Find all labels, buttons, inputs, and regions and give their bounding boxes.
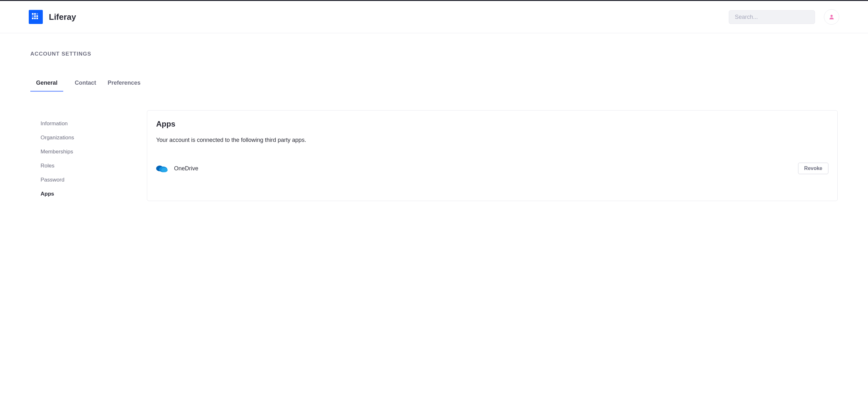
main-area: Information Organizations Memberships Ro…	[30, 110, 838, 201]
header-right	[729, 9, 839, 25]
svg-rect-0	[32, 13, 34, 15]
sidebar-item-password[interactable]: Password	[30, 173, 134, 187]
tab-preferences[interactable]: Preferences	[107, 80, 141, 92]
search-box[interactable]	[729, 10, 815, 24]
sidebar-item-roles[interactable]: Roles	[30, 159, 134, 173]
sidebar-item-apps[interactable]: Apps	[30, 187, 134, 201]
content: ACCOUNT SETTINGS General Contact Prefere…	[0, 33, 868, 218]
svg-rect-3	[32, 16, 34, 17]
tab-general[interactable]: General	[30, 80, 63, 92]
panel-title: Apps	[156, 120, 828, 128]
sidebar-item-organizations[interactable]: Organizations	[30, 131, 134, 145]
svg-rect-7	[34, 18, 36, 19]
app-left: OneDrive	[156, 164, 198, 173]
header: Liferay	[0, 1, 868, 33]
tabs: General Contact Preferences	[30, 80, 838, 92]
tab-contact[interactable]: Contact	[75, 80, 96, 92]
app-row: OneDrive Revoke	[156, 163, 828, 174]
panel-description: Your account is connected to the followi…	[156, 137, 828, 144]
search-input[interactable]	[735, 14, 809, 21]
svg-rect-2	[36, 13, 38, 15]
brand-name: Liferay	[49, 12, 76, 22]
onedrive-icon	[156, 164, 168, 173]
svg-point-15	[161, 168, 168, 172]
brand-logo-icon	[29, 10, 43, 24]
svg-rect-6	[32, 18, 34, 19]
svg-point-12	[831, 15, 833, 17]
brand[interactable]: Liferay	[29, 10, 76, 24]
svg-rect-5	[36, 16, 38, 17]
svg-rect-4	[34, 16, 36, 17]
page-label: ACCOUNT SETTINGS	[30, 51, 838, 57]
sidebar-item-information[interactable]: Information	[30, 117, 134, 131]
sidebar-item-memberships[interactable]: Memberships	[30, 145, 134, 159]
app-name: OneDrive	[174, 165, 198, 172]
user-icon	[828, 14, 835, 20]
svg-rect-1	[34, 13, 36, 15]
avatar[interactable]	[824, 9, 839, 25]
sidebar: Information Organizations Memberships Ro…	[30, 110, 134, 201]
revoke-button[interactable]: Revoke	[798, 163, 828, 174]
panel: Apps Your account is connected to the fo…	[147, 110, 838, 201]
svg-rect-8	[36, 18, 38, 19]
